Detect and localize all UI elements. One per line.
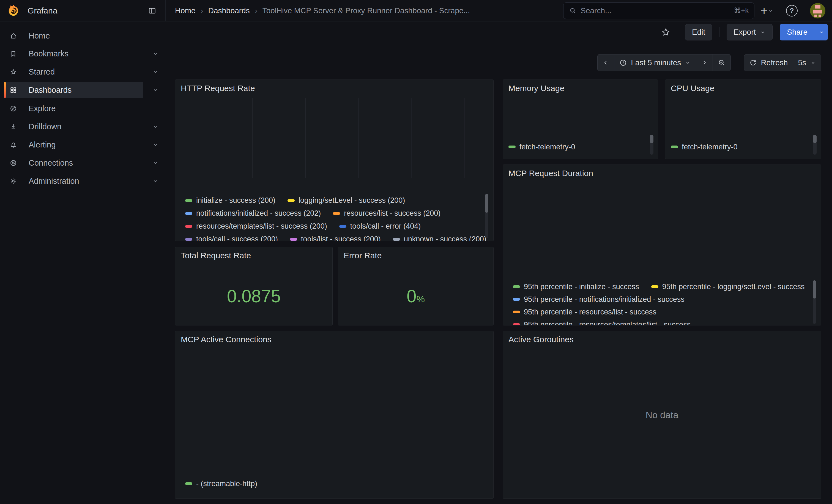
legend-swatch: [290, 238, 297, 241]
legend-item[interactable]: tools/call - error (404): [339, 222, 421, 231]
search-box[interactable]: ⌘+k: [563, 2, 754, 19]
time-shift-forward-button[interactable]: [696, 54, 712, 71]
scrollbar-thumb[interactable]: [813, 135, 816, 143]
legend-scrollbar: [485, 194, 488, 238]
legend-item[interactable]: resources/list - success (200): [333, 209, 441, 218]
drilldown-icon: [10, 123, 17, 130]
panel-title[interactable]: CPU Usage: [671, 84, 714, 93]
panel-cpu-usage: CPU Usage fetch-telemetry-0: [665, 80, 821, 159]
legend-item[interactable]: notifications/initialized - success (202…: [185, 209, 321, 218]
chevron-down-icon[interactable]: [150, 82, 161, 98]
panel-title[interactable]: Total Request Rate: [181, 251, 251, 260]
legend-scrollbar: [813, 280, 816, 324]
connections-icon: [10, 159, 17, 167]
sidebar-item-home[interactable]: Home: [4, 28, 143, 44]
sidebar-item-alerting[interactable]: Alerting: [4, 137, 143, 153]
sidebar-item-administration[interactable]: Administration: [4, 173, 143, 189]
share-dropdown-button[interactable]: [815, 24, 828, 41]
share-button[interactable]: Share: [780, 24, 815, 41]
legend-swatch: [339, 225, 346, 228]
sidebar-item-starred[interactable]: Starred: [4, 64, 143, 80]
legend-item[interactable]: 95th percentile - resources/templates/li…: [513, 320, 691, 326]
legend-item[interactable]: tools/list - success (200): [290, 235, 381, 241]
legend-label: logging/setLevel - success (200): [298, 196, 405, 205]
legend-item[interactable]: tools/call - success (200): [185, 235, 278, 241]
legend-label: 95th percentile - resources/templates/li…: [524, 320, 691, 326]
sidebar-item-dashboards[interactable]: Dashboards: [4, 82, 143, 98]
mcp-active-connections-chart[interactable]: [175, 331, 493, 499]
legend-swatch: [513, 311, 520, 313]
chevron-down-icon[interactable]: [150, 173, 161, 189]
legend-item[interactable]: - (streamable-http): [185, 479, 257, 488]
sidebar-toggle-icon[interactable]: [146, 5, 158, 17]
time-shift-back-button[interactable]: [598, 54, 614, 71]
panel-title[interactable]: MCP Request Duration: [509, 169, 593, 178]
sidebar-item-label: Dashboards: [29, 85, 72, 95]
legend-swatch: [509, 145, 516, 148]
legend-item[interactable]: initialize - success (200): [185, 196, 276, 205]
sidebar-nav: Home Bookmarks Starred Dashboards: [0, 22, 166, 504]
panel-title[interactable]: Active Goroutines: [509, 335, 574, 344]
legend-item[interactable]: 95th percentile - initialize - success: [513, 283, 639, 291]
search-icon: [569, 7, 577, 15]
star-icon[interactable]: [661, 27, 671, 37]
refresh-button[interactable]: Refresh: [744, 54, 792, 71]
divider: [804, 6, 804, 16]
chevron-down-icon[interactable]: [150, 64, 161, 80]
legend-item[interactable]: fetch-telemetry-0: [671, 143, 738, 151]
legend-item[interactable]: 95th percentile - logging/setLevel - suc…: [651, 283, 805, 291]
breadcrumb-dashboards[interactable]: Dashboards: [208, 6, 250, 15]
time-range-picker[interactable]: Last 5 minutes: [614, 54, 696, 71]
search-input[interactable]: [580, 6, 730, 15]
time-range-label: Last 5 minutes: [631, 58, 681, 67]
sidebar-item-label: Administration: [29, 177, 79, 186]
grafana-logo-icon[interactable]: [7, 4, 20, 17]
scrollbar-thumb[interactable]: [813, 280, 816, 298]
scrollbar-thumb[interactable]: [650, 135, 653, 143]
panel-title[interactable]: MCP Active Connections: [181, 335, 271, 344]
chevron-down-icon: [760, 29, 766, 35]
export-button[interactable]: Export: [727, 24, 773, 41]
chevron-down-icon[interactable]: [150, 118, 161, 135]
sidebar-item-explore[interactable]: Explore: [4, 100, 143, 116]
avatar-pixel: [814, 15, 817, 17]
sidebar-item-label: Connections: [29, 158, 73, 167]
sidebar-item-drilldown[interactable]: Drilldown: [4, 118, 143, 135]
sidebar-item-label: Bookmarks: [29, 49, 69, 58]
legend-item[interactable]: fetch-telemetry-0: [509, 143, 575, 151]
sidebar-item-connections[interactable]: Connections: [4, 155, 143, 171]
breadcrumb-home[interactable]: Home: [175, 6, 196, 15]
legend-swatch: [513, 323, 520, 325]
panel-title[interactable]: Error Rate: [344, 251, 382, 260]
zoom-out-button[interactable]: [712, 54, 730, 71]
chevron-down-icon[interactable]: [150, 137, 161, 153]
panel-title[interactable]: HTTP Request Rate: [181, 84, 255, 93]
legend-item[interactable]: unknown - success (200): [393, 235, 487, 241]
refresh-interval-picker[interactable]: 5s: [792, 54, 821, 71]
legend-swatch: [671, 145, 678, 148]
panel-title[interactable]: Memory Usage: [509, 84, 564, 93]
time-range-group: Last 5 minutes: [597, 54, 731, 71]
edit-button[interactable]: Edit: [685, 24, 712, 41]
scrollbar-thumb[interactable]: [485, 194, 488, 213]
legend-swatch: [287, 199, 295, 202]
sidebar-item-bookmarks[interactable]: Bookmarks: [4, 46, 143, 62]
legend-item[interactable]: 95th percentile - notifications/initiali…: [513, 295, 684, 304]
star-icon: [10, 68, 17, 76]
legend-label: 95th percentile - logging/setLevel - suc…: [662, 283, 805, 291]
chevron-down-icon[interactable]: [150, 46, 161, 62]
help-button[interactable]: ?: [786, 3, 798, 19]
avatar-pixel: [813, 10, 822, 14]
user-avatar[interactable]: [810, 3, 825, 19]
chevron-down-icon[interactable]: [150, 155, 161, 171]
add-button[interactable]: +: [760, 3, 774, 19]
help-icon: ?: [786, 5, 798, 17]
legend-item[interactable]: logging/setLevel - success (200): [287, 196, 405, 205]
panel-mcp-request-duration: MCP Request Duration 95th percentile - i…: [503, 164, 821, 325]
sidebar-item-label: Alerting: [29, 140, 56, 150]
legend-item[interactable]: resources/templates/list - success (200): [185, 222, 327, 231]
nav-right: ⌘+k + ?: [563, 2, 832, 19]
legend-swatch: [333, 212, 340, 215]
divider: [719, 27, 720, 37]
legend-item[interactable]: 95th percentile - resources/list - succe…: [513, 308, 656, 316]
